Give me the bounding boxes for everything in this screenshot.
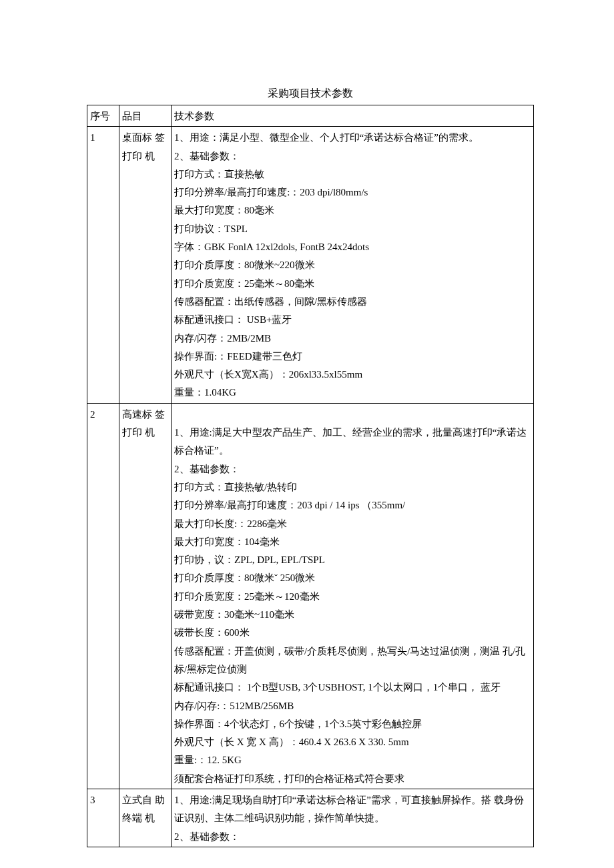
spec-line: 2、基础参数： xyxy=(174,828,532,846)
header-col-name: 品目 xyxy=(119,105,172,127)
cell-spec: 1、用途:满足现场自助打印“承诺达标合格证”需求，可直接触屏操作。搭 载身份证识… xyxy=(172,789,534,847)
spec-line: 1、用途:满足大中型农产品生产、加工、经营企业的需求，批量高速打印“承诺达标合格… xyxy=(174,424,532,460)
spec-line: 打印介质宽度：25毫米～80毫米 xyxy=(174,275,532,293)
spec-line: 最大打印宽度：104毫米 xyxy=(174,533,532,551)
table-row: 1桌面标 签打印 机1、用途：满足小型、微型企业、个人打印“承诺达标合格证”的需… xyxy=(87,127,534,403)
page-title: 采购项目技术参数 xyxy=(87,87,534,101)
spec-line: 碳带长度：600米 xyxy=(174,624,532,642)
spec-line: 打印方式：直接热敏/热转印 xyxy=(174,478,532,496)
spec-line: 打印介质宽度：25毫米～120毫米 xyxy=(174,588,532,606)
spec-line: 须配套合格证打印系统，打印的合格证格式符合要求 xyxy=(174,770,532,788)
spec-line: 重量:：12. 5KG xyxy=(174,751,532,769)
spec-line: 打印分辨率/最高打印速度：203 dpi / 14 ips （355mm/ xyxy=(174,496,532,514)
spec-line: 操作界面：4个状态灯，6个按键，1个3.5英寸彩色触控屏 xyxy=(174,715,532,733)
spec-line: 外观尺寸（长 X 宽 X 高）：460.4 X 263.6 X 330. 5mm xyxy=(174,733,532,751)
spec-line: 1、用途:满足现场自助打印“承诺达标合格证”需求，可直接触屏操作。搭 载身份证识… xyxy=(174,791,532,828)
spec-line: 标配通讯接口： 1个B型USB, 3个USBHOST, 1个以太网口，1个串口，… xyxy=(174,679,532,697)
spec-line: 传感器配置：出纸传感器，间隙/黑标传感器 xyxy=(174,293,532,311)
cell-spec: 1、用途:满足大中型农产品生产、加工、经营企业的需求，批量高速打印“承诺达标合格… xyxy=(172,403,534,789)
cell-name: 立式自 助终端 机 xyxy=(119,789,172,847)
header-col-spec: 技术参数 xyxy=(172,105,534,127)
spec-line: 内存/闪存：2MB/2MB xyxy=(174,330,532,348)
cell-idx: 2 xyxy=(87,403,119,789)
spec-line: 打印分辨率/最高打印速度:：203 dpi/l80mm/s xyxy=(174,183,532,201)
spec-line: 重量：1.04KG xyxy=(174,384,532,402)
spec-line: 2、基础参数： xyxy=(174,460,532,478)
table-header-row: 序号 品目 技术参数 xyxy=(87,105,534,127)
spec-line: 2、基础参数： xyxy=(174,147,532,165)
cell-spec: 1、用途：满足小型、微型企业、个人打印“承诺达标合格证”的需求。2、基础参数：打… xyxy=(172,127,534,403)
spec-line: 打印介质厚度：80微米ˇ 250微米 xyxy=(174,569,532,587)
spec-line: 最大打印宽度：80毫米 xyxy=(174,201,532,220)
table-row: 2高速标 签打印 机 1、用途:满足大中型农产品生产、加工、经营企业的需求，批量… xyxy=(87,403,534,789)
spec-line: 碳带宽度：30毫米~110毫米 xyxy=(174,606,532,624)
spec-line: 外观尺寸（长X宽X高）：206xl33.5xl55mm xyxy=(174,366,532,384)
header-col-idx: 序号 xyxy=(87,105,119,127)
spec-table: 序号 品目 技术参数 1桌面标 签打印 机1、用途：满足小型、微型企业、个人打印… xyxy=(87,105,534,847)
table-row: 3立式自 助终端 机1、用途:满足现场自助打印“承诺达标合格证”需求，可直接触屏… xyxy=(87,789,534,847)
cell-name: 桌面标 签打印 机 xyxy=(119,127,172,403)
cell-idx: 3 xyxy=(87,789,119,847)
cell-idx: 1 xyxy=(87,127,119,403)
spec-line: 操作界面:：FEED建带三色灯 xyxy=(174,348,532,366)
spec-line: 最大打印长度:：2286毫米 xyxy=(174,515,532,533)
spec-line: 打印介质厚度：80微米~220微米 xyxy=(174,256,532,274)
spec-line xyxy=(174,406,532,424)
spec-line: 字体：GBK FonlA 12xl2dols, FontB 24x24dots xyxy=(174,238,532,256)
spec-line: 打印协议：TSPL xyxy=(174,220,532,238)
spec-line: 传感器配置：开盖侦测，碳带/介质耗尽侦测，热写头/马达过温侦测，测温 孔/孔标/… xyxy=(174,642,532,679)
spec-line: 打印协，议：ZPL, DPL, EPL/TSPL xyxy=(174,551,532,569)
spec-line: 打印方式：直接热敏 xyxy=(174,165,532,183)
spec-line: 内存/闪存:：512MB/256MB xyxy=(174,697,532,715)
spec-line: 1、用途：满足小型、微型企业、个人打印“承诺达标合格证”的需求。 xyxy=(174,129,532,147)
cell-name: 高速标 签打印 机 xyxy=(119,403,172,789)
spec-line: 标配通讯接口： USB+蓝牙 xyxy=(174,311,532,329)
